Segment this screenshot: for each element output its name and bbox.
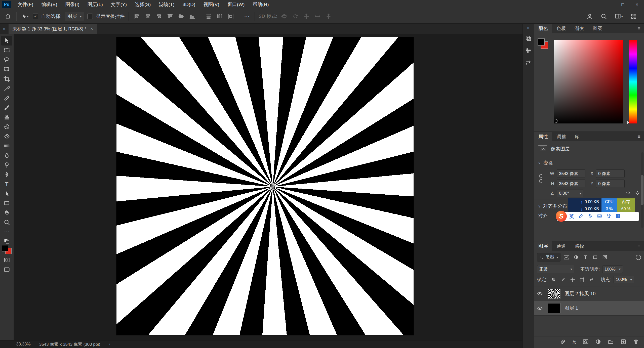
- close-button[interactable]: ×: [630, 0, 644, 9]
- layer-row-background[interactable]: 图层 1: [534, 301, 644, 316]
- tab-adjustments[interactable]: 调整: [552, 132, 570, 141]
- tool-hand[interactable]: [1, 208, 12, 218]
- height-field[interactable]: 3543 像素: [557, 180, 585, 188]
- rotation-angle-field[interactable]: 0.00° ▾: [557, 190, 583, 197]
- menu-item-select[interactable]: 选择(S): [131, 0, 155, 9]
- filter-toggle-icon[interactable]: [636, 255, 641, 260]
- flip-vertical-icon[interactable]: [634, 190, 640, 197]
- tool-move[interactable]: [1, 36, 12, 46]
- tool-lasso[interactable]: [1, 55, 12, 65]
- layer-row-starburst[interactable]: 图层 2 拷贝 10: [534, 286, 644, 301]
- tool-eyedropper[interactable]: [1, 84, 12, 93]
- menu-item-edit[interactable]: 编辑(E): [37, 0, 61, 9]
- menu-item-help[interactable]: 帮助(H): [249, 0, 273, 9]
- tab-close-icon[interactable]: ×: [90, 26, 93, 31]
- tab-properties[interactable]: 属性: [534, 132, 552, 141]
- blend-mode-dropdown[interactable]: 正常 ▾: [537, 265, 574, 273]
- minimize-button[interactable]: –: [602, 0, 616, 9]
- align-left-edges-icon[interactable]: [133, 13, 141, 20]
- tab-overflow-icon[interactable]: »: [0, 24, 9, 34]
- lock-position-icon[interactable]: [569, 276, 576, 283]
- tab-layers[interactable]: 图层: [534, 241, 552, 251]
- layer-thumbnail[interactable]: [548, 289, 560, 299]
- layer-thumbnail[interactable]: [548, 303, 560, 313]
- ime-skin-icon[interactable]: [606, 213, 611, 220]
- tool-gradient[interactable]: [1, 141, 12, 151]
- align-vertical-centers-icon[interactable]: [177, 13, 185, 20]
- align-right-edges-icon[interactable]: [155, 13, 163, 20]
- canvas-image[interactable]: [116, 37, 414, 335]
- opacity-field[interactable]: 100% ▾: [602, 266, 623, 273]
- menu-item-view[interactable]: 视图(V): [199, 0, 223, 9]
- filter-shape-layers-icon[interactable]: [592, 254, 599, 260]
- tool-brush[interactable]: [1, 103, 12, 112]
- more-options-icon[interactable]: ⋯: [243, 13, 251, 20]
- tool-crop[interactable]: [1, 74, 12, 84]
- move-tool-preset-icon[interactable]: ▾: [20, 13, 30, 20]
- tool-path-selection[interactable]: [1, 189, 12, 198]
- panel-foreground-swatch[interactable]: [538, 38, 545, 46]
- foreground-color-swatch[interactable]: [2, 245, 8, 251]
- tool-object-selection[interactable]: [1, 65, 12, 74]
- align-bottom-edges-icon[interactable]: [188, 13, 196, 20]
- saturation-brightness-field[interactable]: [554, 40, 623, 123]
- color-cursor[interactable]: [555, 119, 558, 123]
- tool-rectangle[interactable]: [1, 198, 12, 208]
- tool-zoom[interactable]: [1, 218, 12, 227]
- home-icon[interactable]: [4, 13, 12, 20]
- tool-horizontal-type[interactable]: T: [1, 179, 12, 189]
- distribute-spacing-icon[interactable]: [227, 13, 235, 20]
- panel-menu-icon[interactable]: ≡: [637, 241, 644, 251]
- new-group-icon[interactable]: [608, 339, 614, 346]
- hue-slider[interactable]: [629, 40, 637, 123]
- delete-layer-icon[interactable]: [633, 339, 639, 346]
- filter-adjustment-layers-icon[interactable]: [573, 254, 580, 260]
- filter-pixel-layers-icon[interactable]: [563, 254, 570, 260]
- menu-item-layer[interactable]: 图层(L): [84, 0, 107, 9]
- new-adjustment-layer-icon[interactable]: [595, 339, 601, 346]
- lock-image-pixels-icon[interactable]: [559, 276, 567, 283]
- filter-smart-objects-icon[interactable]: [601, 254, 608, 260]
- ime-toolbox-icon[interactable]: [616, 213, 621, 220]
- transform-section-header[interactable]: ∨ 变换: [534, 158, 644, 168]
- scrollbar-thumb[interactable]: [641, 175, 643, 205]
- ime-mic-icon[interactable]: [588, 213, 593, 220]
- menu-item-type[interactable]: 文字(Y): [107, 0, 131, 9]
- width-field[interactable]: 3543 像素: [557, 169, 585, 178]
- fill-field[interactable]: 100% ▾: [614, 276, 634, 283]
- lock-transparent-pixels-icon[interactable]: [550, 276, 557, 283]
- menu-item-file[interactable]: 文件(F): [14, 0, 37, 9]
- tool-clone-stamp[interactable]: [1, 112, 12, 122]
- align-top-edges-icon[interactable]: [166, 13, 174, 20]
- dock-panel-icon-1[interactable]: [525, 35, 532, 43]
- tool-blur[interactable]: [1, 151, 12, 160]
- tab-gradients[interactable]: 渐变: [570, 24, 588, 33]
- panel-menu-icon[interactable]: ≡: [637, 132, 644, 141]
- default-colors-icon[interactable]: [4, 239, 9, 244]
- tab-color[interactable]: 颜色: [534, 24, 552, 33]
- dock-expand-icon[interactable]: «: [527, 25, 530, 30]
- extras-grid-icon[interactable]: [629, 13, 638, 20]
- distribute-horizontal-icon[interactable]: [216, 13, 224, 20]
- tab-channels[interactable]: 通道: [552, 241, 570, 251]
- lock-all-icon[interactable]: [588, 276, 595, 283]
- edit-toolbar-icon[interactable]: ⋯: [1, 227, 12, 237]
- ime-pen-icon[interactable]: [578, 213, 583, 220]
- panel-scrollbar[interactable]: [641, 152, 643, 228]
- link-layers-icon[interactable]: [560, 339, 566, 346]
- link-dimensions-icon[interactable]: [538, 173, 544, 185]
- quick-mask-icon[interactable]: [1, 255, 12, 265]
- tool-history-brush[interactable]: [1, 122, 12, 132]
- y-field[interactable]: 0 像素: [596, 180, 625, 188]
- tab-libraries[interactable]: 库: [570, 132, 584, 141]
- layer-filter-type-dropdown[interactable]: 类型 ▾: [537, 253, 560, 262]
- workspace-switcher-icon[interactable]: ▾: [614, 13, 624, 20]
- foreground-background-colors[interactable]: [2, 245, 12, 254]
- flip-horizontal-icon[interactable]: [625, 190, 631, 197]
- tab-patterns[interactable]: 图案: [588, 24, 607, 33]
- dock-panel-icon-3[interactable]: [525, 60, 532, 67]
- filter-type-layers-icon[interactable]: T: [582, 254, 589, 260]
- tab-swatches[interactable]: 色板: [552, 24, 570, 33]
- status-chevron-icon[interactable]: ›: [109, 342, 110, 347]
- panel-menu-icon[interactable]: ≡: [637, 24, 644, 33]
